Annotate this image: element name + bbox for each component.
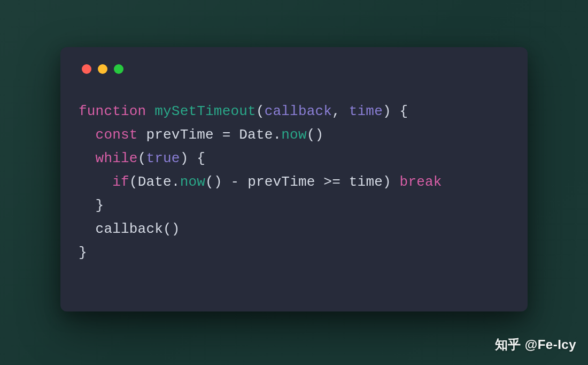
code-line-4: if(Date.now() - prevTime >= time) break [79, 174, 442, 190]
kw-if: if [112, 174, 129, 190]
code-line-1: function mySetTimeout(callback, time) { [79, 103, 408, 119]
code-line-3: while(true) { [79, 150, 205, 166]
kw-break: break [400, 174, 442, 190]
method-now: now [281, 127, 306, 143]
minimize-icon[interactable] [98, 64, 107, 74]
param-callback: callback [265, 103, 332, 119]
close-icon[interactable] [82, 64, 91, 74]
code-line-2: const prevTime = Date.now() [79, 127, 323, 143]
watermark: 知乎 @Fe-Icy [495, 336, 576, 353]
zoom-icon[interactable] [114, 64, 123, 74]
kw-function: function [79, 103, 146, 119]
code-line-6: callback() [79, 221, 180, 237]
fn-name: mySetTimeout [154, 103, 256, 119]
kw-const: const [96, 127, 138, 143]
code-block: function mySetTimeout(callback, time) { … [79, 100, 509, 264]
kw-while: while [96, 150, 138, 166]
literal-true: true [146, 150, 180, 166]
code-line-7: } [79, 245, 87, 261]
param-time: time [349, 103, 383, 119]
code-line-5: } [79, 197, 104, 214]
window-controls [82, 64, 509, 74]
code-window: function mySetTimeout(callback, time) { … [60, 47, 528, 311]
